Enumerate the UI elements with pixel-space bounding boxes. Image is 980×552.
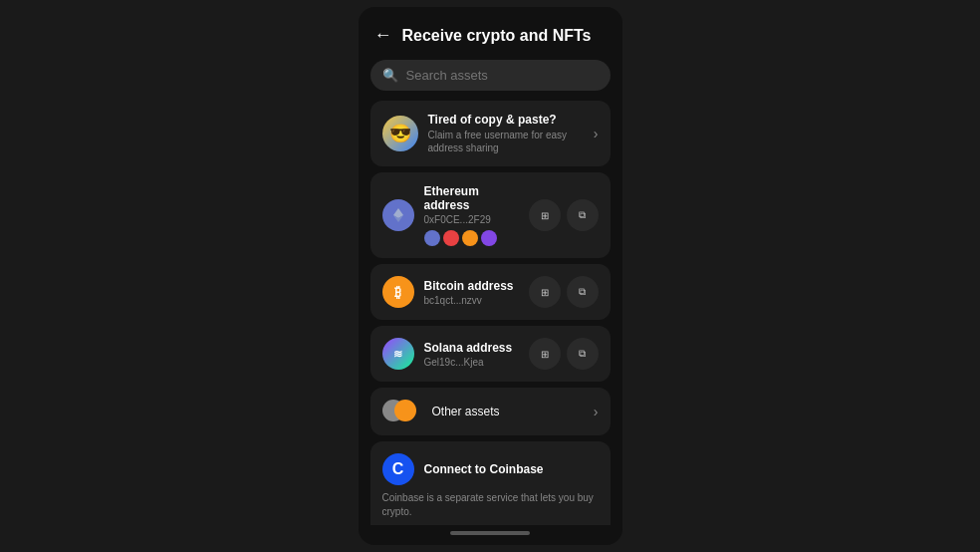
search-bar[interactable]: 🔍 <box>370 60 611 91</box>
promo-subtitle: Claim a free username for easy address s… <box>428 129 584 154</box>
btc-address-name: Bitcoin address <box>424 279 519 293</box>
btc-qr-button[interactable]: ⊞ <box>529 276 561 308</box>
other-assets-label: Other assets <box>432 405 584 418</box>
eth-address-hash: 0xF0CE...2F29 <box>424 214 519 225</box>
token-eth-icon <box>424 230 440 246</box>
chevron-right-icon: › <box>594 126 599 141</box>
token-icons <box>424 230 519 246</box>
promo-card[interactable]: 😎 Tired of copy & paste? Claim a free us… <box>370 101 611 166</box>
other-assets-icons <box>382 400 422 423</box>
page-title: Receive crypto and NFTs <box>402 27 592 45</box>
btc-address-hash: bc1qct...nzvv <box>424 295 519 306</box>
coinbase-title: Connect to Coinbase <box>424 462 544 476</box>
sol-copy-button[interactable]: ⧉ <box>567 338 599 370</box>
btc-copy-button[interactable]: ⧉ <box>567 276 599 308</box>
copy-icon: ⧉ <box>579 209 586 221</box>
eth-copy-button[interactable]: ⧉ <box>567 199 599 231</box>
token-avax-icon <box>443 230 459 246</box>
other-assets-card[interactable]: Other assets › <box>370 388 611 435</box>
coinbase-icon: C <box>382 453 414 485</box>
other-assets-chevron: › <box>594 404 599 419</box>
eth-icon <box>382 199 414 231</box>
sol-address-hash: Gel19c...Kjea <box>424 357 519 368</box>
bitcoin-address-card: ₿ Bitcoin address bc1qct...nzvv ⊞ ⧉ <box>370 264 611 320</box>
eth-address-name: Ethereum address <box>424 184 519 212</box>
phone-container: ← Receive crypto and NFTs 🔍 😎 Tired of c… <box>359 7 622 545</box>
coinbase-subtitle: Coinbase is a separate service that lets… <box>382 491 599 519</box>
btc-action-buttons: ⊞ ⧉ <box>529 276 599 308</box>
qr-icon-btc: ⊞ <box>541 287 549 298</box>
sol-icon: ≋ <box>382 338 414 370</box>
coinbase-card: C Connect to Coinbase Coinbase is a sepa… <box>370 441 611 525</box>
promo-text: Tired of copy & paste? Claim a free user… <box>428 113 584 154</box>
header: ← Receive crypto and NFTs <box>359 7 622 56</box>
eth-action-buttons: ⊞ ⧉ <box>529 199 599 231</box>
scroll-area: 😎 Tired of copy & paste? Claim a free us… <box>359 101 622 525</box>
promo-icon: 😎 <box>382 116 418 151</box>
search-icon: 🔍 <box>382 68 398 83</box>
home-indicator <box>359 525 622 545</box>
other-icon-2 <box>394 400 416 421</box>
qr-icon: ⊞ <box>541 210 549 221</box>
qr-icon-sol: ⊞ <box>541 349 549 360</box>
copy-icon-btc: ⧉ <box>579 286 586 298</box>
home-bar <box>450 531 530 535</box>
token-btc-icon <box>462 230 478 246</box>
sol-action-buttons: ⊞ ⧉ <box>529 338 599 370</box>
copy-icon-sol: ⧉ <box>579 348 586 360</box>
sol-qr-button[interactable]: ⊞ <box>529 338 561 370</box>
sol-address-name: Solana address <box>424 341 519 355</box>
eth-qr-button[interactable]: ⊞ <box>529 199 561 231</box>
btc-icon: ₿ <box>382 276 414 308</box>
sol-address-info: Solana address Gel19c...Kjea <box>424 341 519 368</box>
search-input[interactable] <box>406 68 599 83</box>
solana-address-card: ≋ Solana address Gel19c...Kjea ⊞ ⧉ <box>370 326 611 382</box>
eth-address-info: Ethereum address 0xF0CE...2F29 <box>424 184 519 246</box>
promo-title: Tired of copy & paste? <box>428 113 584 127</box>
back-button[interactable]: ← <box>374 25 392 46</box>
ethereum-address-card: Ethereum address 0xF0CE...2F29 ⊞ ⧉ <box>370 172 611 258</box>
btc-address-info: Bitcoin address bc1qct...nzvv <box>424 279 519 306</box>
token-matic-icon <box>481 230 497 246</box>
